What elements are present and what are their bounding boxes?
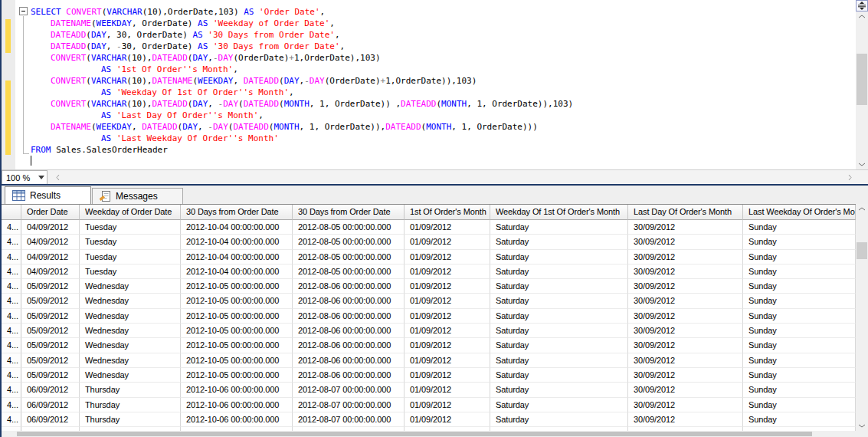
code-line[interactable]: DATEADD(DAY, 30, OrderDate) AS '30 Days … (31, 29, 573, 41)
grid-cell[interactable]: Wednesday (80, 309, 181, 324)
grid-cell[interactable]: Saturday (490, 220, 628, 235)
grid-cell[interactable]: Saturday (490, 383, 628, 397)
grid-cell[interactable]: 2012-08-07 00:00:00.000 (293, 398, 405, 412)
grid-cell[interactable]: Saturday (490, 294, 628, 308)
grid-cell[interactable]: Wednesday (80, 353, 181, 368)
sql-editor[interactable]: SELECT CONVERT(VARCHAR(10),OrderDate,103… (2, 0, 856, 169)
grid-cell[interactable]: 2012-08-06 00:00:00.000 (293, 353, 405, 368)
editor-splitter-handle[interactable] (856, 0, 868, 12)
grid-cell[interactable]: Sunday (743, 264, 856, 279)
column-header[interactable]: 30 Days from Order Date (293, 205, 405, 220)
grid-cell[interactable]: Sunday (743, 353, 856, 368)
code-line[interactable]: AS 'Weekday Of 1st Of Order''s Month', (31, 87, 573, 98)
code-line[interactable]: FROM Sales.SalesOrderHeader (31, 144, 573, 156)
editor-vertical-scrollbar[interactable] (856, 12, 868, 169)
code-line[interactable]: DATENAME(WEEKDAY, DATEADD(DAY, -DAY(DATE… (31, 121, 573, 133)
grid-cell[interactable]: 04/09/2012 (21, 220, 80, 235)
row-header-cell[interactable]: 4... (2, 324, 21, 338)
row-header-cell[interactable]: 4... (2, 383, 21, 397)
grid-cell[interactable]: 2012-08-07 00:00:00.000 (293, 412, 405, 427)
grid-cell[interactable]: 30/09/2012 (628, 412, 743, 427)
grid-cell[interactable]: Saturday (490, 338, 628, 353)
column-header[interactable]: Weekday of Order Date (80, 205, 181, 220)
grid-cell[interactable]: 01/09/2012 (405, 250, 490, 264)
code-line[interactable]: AS '1st Of Order''s Month', (31, 64, 573, 75)
grid-vscroll-thumb[interactable] (857, 242, 867, 259)
scroll-up-icon[interactable] (856, 12, 868, 21)
grid-cell[interactable]: 2012-08-05 00:00:00.000 (293, 250, 405, 264)
grid-cell[interactable]: 05/09/2012 (21, 338, 80, 353)
code-line[interactable]: AS 'Last Day Of Order''s Month', (31, 110, 573, 121)
grid-cell[interactable]: 30/09/2012 (628, 294, 743, 308)
zoom-dropdown[interactable]: 100 % (2, 170, 47, 185)
grid-cell[interactable]: 05/09/2012 (21, 294, 80, 308)
row-header-cell[interactable]: 4... (2, 235, 21, 249)
grid-cell[interactable]: Wednesday (80, 368, 181, 383)
grid-cell[interactable]: 2012-08-06 00:00:00.000 (293, 279, 405, 294)
grid-cell[interactable]: Saturday (490, 235, 628, 249)
row-header-cell[interactable]: 4... (2, 279, 21, 294)
grid-cell[interactable]: 01/09/2012 (405, 294, 490, 308)
grid-cell[interactable]: 2012-10-05 00:00:00.000 (181, 294, 293, 308)
grid-cell[interactable]: 2012-10-04 00:00:00.000 (181, 235, 293, 249)
grid-cell[interactable]: 01/09/2012 (405, 324, 490, 338)
grid-cell[interactable]: Saturday (490, 264, 628, 279)
grid-cell[interactable]: Saturday (490, 398, 628, 412)
grid-horizontal-scrollbar[interactable] (2, 431, 856, 437)
grid-cell[interactable]: Sunday (743, 338, 856, 353)
row-header-cell[interactable]: 4... (2, 294, 21, 308)
grid-cell[interactable]: 05/09/2012 (21, 279, 80, 294)
scroll-down-icon[interactable] (856, 421, 868, 431)
scroll-down-icon[interactable] (856, 159, 868, 169)
grid-cell[interactable]: Saturday (490, 250, 628, 264)
code-line[interactable]: CONVERT(VARCHAR(10),DATENAME(WEEKDAY, DA… (31, 75, 573, 87)
grid-cell[interactable]: Saturday (490, 368, 628, 383)
grid-cell[interactable]: Wednesday (80, 338, 181, 353)
grid-cell[interactable]: 30/09/2012 (628, 324, 743, 338)
grid-cell[interactable]: 06/09/2012 (21, 383, 80, 397)
grid-cell[interactable]: Wednesday (80, 294, 181, 308)
select-all-corner[interactable] (2, 205, 21, 220)
grid-cell[interactable]: Tuesday (80, 250, 181, 264)
grid-cell[interactable]: 2012-10-05 00:00:00.000 (181, 368, 293, 383)
code-line[interactable]: SELECT CONVERT(VARCHAR(10),OrderDate,103… (31, 6, 573, 18)
grid-cell[interactable]: 01/09/2012 (405, 398, 490, 412)
row-header-cell[interactable]: 4... (2, 368, 21, 383)
grid-cell[interactable]: 2012-10-05 00:00:00.000 (181, 309, 293, 324)
grid-cell[interactable]: 2012-10-06 00:00:00.000 (181, 383, 293, 397)
grid-cell[interactable]: 2012-08-06 00:00:00.000 (293, 294, 405, 308)
grid-cell[interactable]: 2012-08-07 00:00:00.000 (293, 383, 405, 397)
grid-cell[interactable]: 2012-08-06 00:00:00.000 (293, 324, 405, 338)
grid-cell[interactable]: Sunday (743, 368, 856, 383)
grid-cell[interactable]: 01/09/2012 (405, 279, 490, 294)
grid-cell[interactable]: Sunday (743, 220, 856, 235)
grid-cell[interactable]: 30/09/2012 (628, 264, 743, 279)
grid-cell[interactable]: 06/09/2012 (21, 398, 80, 412)
grid-cell[interactable]: Thursday (80, 383, 181, 397)
grid-cell[interactable]: Sunday (743, 412, 856, 427)
grid-cell[interactable]: Saturday (490, 353, 628, 368)
grid-cell[interactable]: 05/09/2012 (21, 309, 80, 324)
grid-cell[interactable]: Saturday (490, 279, 628, 294)
row-header-cell[interactable]: 4... (2, 338, 21, 353)
results-grid[interactable]: Order DateWeekday of Order Date30 Days f… (2, 204, 856, 437)
grid-cell[interactable]: 30/09/2012 (628, 398, 743, 412)
code-line[interactable]: DATEADD(DAY, -30, OrderDate) AS '30 Days… (31, 41, 573, 52)
column-header[interactable]: Weekday Of 1st Of Order's Month (490, 205, 628, 220)
grid-cell[interactable]: Sunday (743, 324, 856, 338)
row-header-cell[interactable]: 4... (2, 353, 21, 368)
grid-cell[interactable]: 2012-10-04 00:00:00.000 (181, 220, 293, 235)
tab-messages[interactable]: Messages (92, 188, 183, 204)
column-header[interactable]: Order Date (21, 205, 80, 220)
outline-collapse-icon[interactable] (19, 7, 28, 15)
grid-cell[interactable]: 2012-10-04 00:00:00.000 (181, 264, 293, 279)
grid-cell[interactable]: 2012-10-06 00:00:00.000 (181, 398, 293, 412)
column-header[interactable]: Last Day Of Order's Month (628, 205, 743, 220)
grid-cell[interactable]: Sunday (743, 383, 856, 397)
grid-cell[interactable]: 04/09/2012 (21, 264, 80, 279)
grid-cell[interactable]: 2012-10-05 00:00:00.000 (181, 338, 293, 353)
column-header[interactable]: 30 Days from Order Date (181, 205, 293, 220)
grid-cell[interactable]: 01/09/2012 (405, 383, 490, 397)
grid-cell[interactable]: 2012-08-05 00:00:00.000 (293, 220, 405, 235)
grid-cell[interactable]: 2012-10-04 00:00:00.000 (181, 250, 293, 264)
